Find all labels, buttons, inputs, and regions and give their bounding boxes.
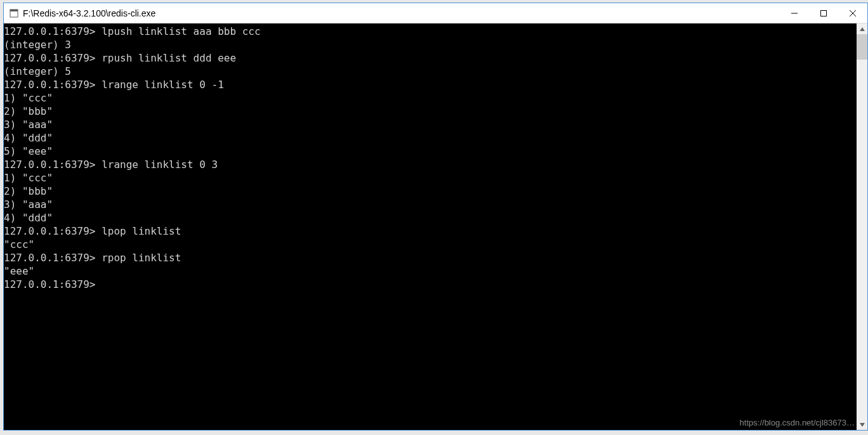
svg-marker-7: [860, 423, 865, 427]
svg-rect-3: [821, 11, 827, 16]
minimize-button[interactable]: [780, 3, 809, 23]
scroll-track[interactable]: [857, 34, 867, 419]
window-title: F:\Redis-x64-3.2.100\redis-cli.exe: [23, 8, 780, 18]
application-window: F:\Redis-x64-3.2.100\redis-cli.exe 127.0…: [3, 3, 868, 431]
vertical-scrollbar[interactable]: [857, 23, 867, 430]
svg-marker-6: [860, 27, 865, 31]
close-button[interactable]: [838, 3, 867, 23]
scroll-up-button[interactable]: [857, 23, 867, 34]
scroll-thumb[interactable]: [857, 34, 867, 60]
app-icon: [9, 8, 19, 18]
scroll-down-button[interactable]: [857, 419, 867, 430]
window-controls: [780, 3, 867, 23]
maximize-button[interactable]: [809, 3, 838, 23]
titlebar[interactable]: F:\Redis-x64-3.2.100\redis-cli.exe: [4, 3, 867, 23]
svg-rect-1: [10, 10, 18, 11]
terminal-area: 127.0.0.1:6379> lpush linklist aaa bbb c…: [4, 23, 867, 430]
terminal-output[interactable]: 127.0.0.1:6379> lpush linklist aaa bbb c…: [4, 23, 857, 430]
